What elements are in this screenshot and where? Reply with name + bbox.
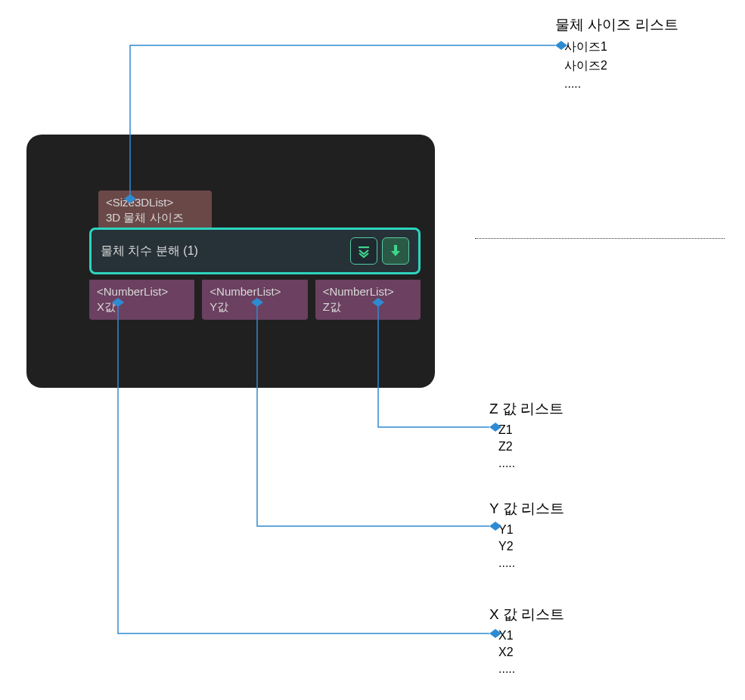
input-node-size3d[interactable]: <Size3DList> 3D 물체 사이즈 <box>98 190 212 231</box>
output-z-type: <NumberList> <box>323 284 413 299</box>
main-node-title: 물체 치수 분해 (1) <box>101 243 346 259</box>
output-node-y[interactable]: <NumberList> Y값 <box>202 280 307 320</box>
annotation-y-item: Y2 <box>498 540 564 553</box>
annotation-z-item: Z1 <box>498 423 563 437</box>
annotation-z-item: ..... <box>498 457 563 470</box>
annotation-y-item: Y1 <box>498 523 564 537</box>
annotation-z-list: Z 값 리스트 Z1 Z2 ..... <box>489 399 563 473</box>
output-node-z[interactable]: <NumberList> Z값 <box>315 280 421 320</box>
annotation-x-item: X2 <box>498 646 564 659</box>
annotation-size-item: ..... <box>564 77 678 91</box>
output-node-x[interactable]: <NumberList> X값 <box>89 280 194 320</box>
annotation-x-list: X 값 리스트 X1 X2 ..... <box>489 605 564 679</box>
annotation-z-title: Z 값 리스트 <box>489 399 563 419</box>
main-node[interactable]: 물체 치수 분해 (1) <box>89 228 421 274</box>
annotation-y-list: Y 값 리스트 Y1 Y2 ..... <box>489 499 564 573</box>
input-node-name: 3D 물체 사이즈 <box>106 210 204 225</box>
annotation-size-item: 사이즈1 <box>564 39 678 55</box>
input-node-type: <Size3DList> <box>106 195 204 210</box>
svg-rect-0 <box>359 246 369 248</box>
output-y-name: Y값 <box>210 299 300 314</box>
annotation-y-title: Y 값 리스트 <box>489 499 564 519</box>
annotation-size-list: 물체 사이즈 리스트 사이즈1 사이즈2 ..... <box>555 15 678 94</box>
output-y-type: <NumberList> <box>210 284 300 299</box>
annotation-x-item: X1 <box>498 629 564 643</box>
download-icon[interactable] <box>382 237 409 265</box>
divider <box>475 238 725 239</box>
annotation-z-item: Z2 <box>498 440 563 454</box>
annotation-x-item: ..... <box>498 662 564 676</box>
output-x-name: X값 <box>97 299 187 314</box>
output-row: <NumberList> X값 <NumberList> Y값 <NumberL… <box>89 280 421 320</box>
annotation-size-item: 사이즈2 <box>564 58 678 74</box>
svg-rect-1 <box>394 245 397 252</box>
annotation-y-item: ..... <box>498 556 564 570</box>
output-x-type: <NumberList> <box>97 284 187 299</box>
output-z-name: Z값 <box>323 299 413 314</box>
annotation-size-title: 물체 사이즈 리스트 <box>555 15 678 35</box>
annotation-x-title: X 값 리스트 <box>489 605 564 624</box>
expand-all-icon[interactable] <box>350 237 377 265</box>
